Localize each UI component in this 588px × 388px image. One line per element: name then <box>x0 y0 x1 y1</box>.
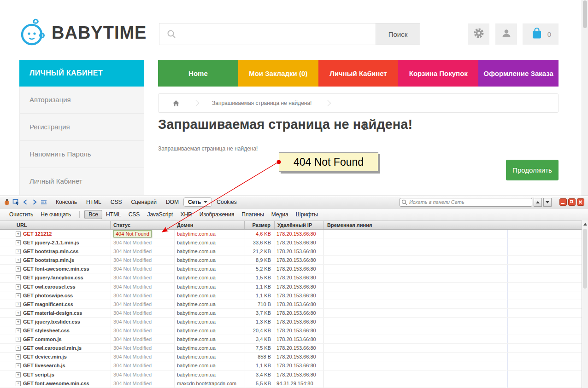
site-search-button[interactable]: Поиск <box>376 23 420 45</box>
logo[interactable]: BABYTIME <box>18 18 147 47</box>
browser-scrollbar[interactable] <box>582 0 588 196</box>
net-scrollbar[interactable] <box>582 220 588 388</box>
sidebar-item[interactable]: Регистрация <box>19 114 144 141</box>
nav-item[interactable]: Мои Закладки (0) <box>238 60 318 87</box>
tab-DOM[interactable]: DOM <box>161 197 183 207</box>
net-row[interactable]: +GET common.js304 Not Modifiedbabytime.c… <box>0 335 582 344</box>
request-status: 304 Not Modified <box>113 256 173 265</box>
expand-icon[interactable]: + <box>16 363 21 368</box>
expand-icon[interactable]: + <box>16 293 21 298</box>
inspect-icon[interactable] <box>12 197 21 207</box>
net-row[interactable]: +GET photoswipe.css304 Not Modifiedbabyt… <box>0 291 582 300</box>
request-url: GET font-awesome.min.css <box>23 379 109 388</box>
tab-Сценарий[interactable]: Сценарий <box>126 197 161 207</box>
nav-item[interactable]: Home <box>158 60 238 87</box>
expand-icon[interactable]: + <box>16 266 21 272</box>
expand-icon[interactable]: + <box>16 258 21 263</box>
filter-Медиа[interactable]: Медиа <box>268 210 292 219</box>
tab-CSS[interactable]: CSS <box>106 197 127 207</box>
filter-Все[interactable]: Все <box>84 210 102 219</box>
expand-icon[interactable]: + <box>16 311 21 316</box>
sidebar-item[interactable]: Напомнить Пароль <box>19 141 144 168</box>
close-button[interactable] <box>577 198 584 206</box>
filter-Плагины[interactable]: Плагины <box>238 210 268 219</box>
scrollbar-thumb[interactable] <box>583 0 587 28</box>
net-row[interactable]: +GET bootstrap.min.js304 Not Modifiedbab… <box>0 256 582 265</box>
expand-icon[interactable]: + <box>16 232 21 237</box>
scrollbar-thumb[interactable] <box>583 229 587 289</box>
net-row[interactable]: +GET jquery.fancybox.css304 Not Modified… <box>0 273 582 282</box>
action-Не очищать[interactable]: Не очищать <box>37 210 75 219</box>
column-header-URL[interactable]: URL <box>0 221 111 229</box>
expand-icon[interactable]: + <box>16 319 21 324</box>
column-header-Статус[interactable]: Статус <box>111 221 174 229</box>
net-row[interactable]: +GET 121212404 Not Foundbabytime.com.ua4… <box>0 230 582 238</box>
request-size: 4,6 KB <box>245 230 271 238</box>
expand-icon[interactable]: + <box>16 328 21 333</box>
net-row[interactable]: +GET font-awesome.min.css304 Not Modifie… <box>0 265 582 273</box>
request-domain: babytime.com.ua <box>177 361 244 370</box>
continue-button[interactable]: Продолжить <box>506 160 559 180</box>
minimize-button[interactable] <box>559 198 567 206</box>
scroll-up-button[interactable] <box>582 220 588 228</box>
net-row[interactable]: +GET device.min.js304 Not Modifiedbabyti… <box>0 353 582 361</box>
net-row[interactable]: +GET owl.carousel.min.js304 Not Modified… <box>0 344 582 353</box>
filter-Шрифты[interactable]: Шрифты <box>292 210 322 219</box>
back-icon[interactable] <box>21 197 30 207</box>
cart-button[interactable]: 0 <box>523 23 559 45</box>
column-header-Временная линия[interactable]: Временная линия <box>323 221 582 229</box>
forward-icon[interactable] <box>30 197 39 207</box>
filter-XHR[interactable]: XHR <box>176 210 195 219</box>
expand-icon[interactable]: + <box>16 337 21 342</box>
restore-button[interactable] <box>568 198 576 206</box>
expand-icon[interactable]: + <box>16 240 21 245</box>
filter-Изображения[interactable]: Изображения <box>196 210 238 219</box>
firebug-menu-icon[interactable] <box>2 197 12 207</box>
expand-icon[interactable]: + <box>16 275 21 280</box>
net-row[interactable]: +GET font-awesome.min.css304 Not Modifie… <box>0 379 582 388</box>
net-row[interactable]: +GET jquery.bxslider.css304 Not Modified… <box>0 318 582 326</box>
request-status: 304 Not Modified <box>113 291 173 300</box>
request-size: 21,2 KB <box>245 247 271 256</box>
site-search-input[interactable] <box>159 23 376 45</box>
net-row[interactable]: +GET material-design.css304 Not Modified… <box>0 309 582 318</box>
net-row[interactable]: +GET livesearch.js304 Not Modifiedbabyti… <box>0 361 582 370</box>
search-next-button[interactable] <box>543 198 552 207</box>
request-status: 304 Not Modified <box>113 318 173 326</box>
column-header-Домен[interactable]: Домен <box>174 221 245 229</box>
expand-icon[interactable]: + <box>16 346 21 351</box>
net-row[interactable]: +GET jquery-2.1.1.min.js304 Not Modified… <box>0 238 582 247</box>
column-header-Удалённый IP[interactable]: Удалённый IP <box>275 221 323 229</box>
search-prev-button[interactable] <box>534 198 542 207</box>
expand-icon[interactable]: + <box>16 249 21 254</box>
expand-icon[interactable]: + <box>16 284 21 290</box>
expand-icon[interactable]: + <box>16 381 21 386</box>
net-row[interactable]: +GET stylesheet.css304 Not Modifiedbabyt… <box>0 326 582 335</box>
tab-Сеть[interactable]: Сеть <box>183 197 212 207</box>
expand-icon[interactable]: + <box>16 302 21 307</box>
filter-CSS[interactable]: CSS <box>125 210 144 219</box>
nav-item[interactable]: Личный Кабинет <box>318 60 399 87</box>
action-Очистить[interactable]: Очистить <box>6 210 37 219</box>
tab-Cookies[interactable]: Cookies <box>212 197 241 207</box>
settings-button[interactable] <box>468 23 489 45</box>
filter-HTML[interactable]: HTML <box>102 210 125 219</box>
net-row[interactable]: +GET script.js304 Not Modifiedbabytime.c… <box>0 371 582 379</box>
tab-HTML[interactable]: HTML <box>82 197 106 207</box>
firebug-search-input[interactable] <box>400 198 532 207</box>
filter-JavaScript[interactable]: JavaScript <box>143 210 176 219</box>
nav-item[interactable]: Оформление Заказа <box>478 60 559 87</box>
column-header-Размер[interactable]: Размер <box>245 221 275 229</box>
expand-icon[interactable]: + <box>16 354 21 359</box>
net-row[interactable]: +GET magnificent.css304 Not Modifiedbaby… <box>0 300 582 309</box>
net-row[interactable]: +GET bootstrap.min.css304 Not Modifiedba… <box>0 247 582 256</box>
home-icon[interactable] <box>172 100 180 107</box>
account-button[interactable] <box>495 23 517 45</box>
net-row[interactable]: +GET owl.carousel.css304 Not Modifiedbab… <box>0 283 582 291</box>
sidebar-item[interactable]: Авторизация <box>19 87 144 114</box>
sidebar-item[interactable]: Личный Кабинет <box>19 168 144 195</box>
expand-icon[interactable]: + <box>16 372 21 377</box>
tab-Консоль[interactable]: Консоль <box>51 197 82 207</box>
panel-list-icon[interactable] <box>39 197 48 207</box>
nav-item[interactable]: Корзина Покупок <box>398 60 478 87</box>
